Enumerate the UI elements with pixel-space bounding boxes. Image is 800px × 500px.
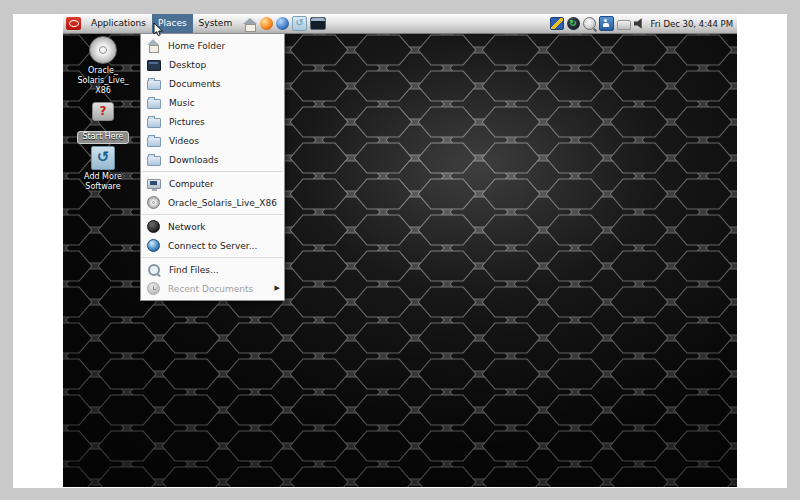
help-question-icon: ? <box>92 102 114 121</box>
update-notifier-icon[interactable]: ↻ <box>567 17 580 30</box>
recent-documents-icon <box>147 282 160 295</box>
menu-item-desktop[interactable]: Desktop <box>141 55 284 74</box>
package-update-icon[interactable]: ↺ <box>292 16 307 31</box>
menu-item-music[interactable]: Music <box>141 93 284 112</box>
volume-icon[interactable] <box>634 18 646 30</box>
menu-item-label: Home Folder <box>168 41 225 51</box>
menu-item-home-folder[interactable]: Home Folder <box>141 36 284 55</box>
clock[interactable]: Fri Dec 30, 4:44 PM <box>649 19 735 29</box>
panel-launchers: ↺ <box>243 16 326 31</box>
menu-separator <box>142 214 283 215</box>
menu-item-label: Videos <box>169 136 199 146</box>
menu-system[interactable]: System <box>193 14 239 33</box>
menu-separator <box>142 257 283 258</box>
menu-item-recent-documents[interactable]: Recent Documents ▶ <box>141 279 284 298</box>
add-software-icon: ↺ <box>91 146 115 170</box>
computer-icon <box>147 179 161 189</box>
menu-item-label: Find Files... <box>169 265 219 275</box>
menu-item-documents[interactable]: Documents <box>141 74 284 93</box>
thunderbird-icon[interactable] <box>276 17 289 30</box>
menu-separator <box>142 171 283 172</box>
system-tray: ↻ Fri Dec 30, 4:44 PM <box>550 14 735 33</box>
accessibility-icon[interactable] <box>599 16 614 31</box>
menu-item-downloads[interactable]: Downloads <box>141 150 284 169</box>
menu-item-connect-to-server[interactable]: Connect to Server... <box>141 236 284 255</box>
menu-item-oracle-solaris-live-x86[interactable]: Oracle_Solaris_Live_X86 <box>141 193 284 212</box>
menu-item-label: Downloads <box>169 155 218 165</box>
menu-item-label: Documents <box>169 79 220 89</box>
menu-item-network[interactable]: Network <box>141 217 284 236</box>
home-icon <box>147 39 160 52</box>
search-icon <box>148 264 160 276</box>
top-panel: Applications Places System ↺ ↻ Fri Dec 3… <box>63 14 737 34</box>
menu-item-find-files[interactable]: Find Files... <box>141 260 284 279</box>
desktop-icon-label: Add More Software <box>71 172 135 192</box>
desktop-icon <box>147 60 161 71</box>
desktop-icon-label: Oracle_ Solaris_Live_ X86 <box>71 66 135 96</box>
terminal-icon[interactable] <box>310 17 326 30</box>
menu-applications[interactable]: Applications <box>85 14 152 33</box>
cd-icon <box>147 196 160 209</box>
menu-item-label: Pictures <box>169 117 205 127</box>
printer-icon[interactable] <box>617 20 631 30</box>
menu-item-pictures[interactable]: Pictures <box>141 112 284 131</box>
desktop-icon-oracle-solaris-live-x86[interactable]: Oracle_ Solaris_Live_ X86 <box>71 36 135 96</box>
cd-icon <box>89 36 117 64</box>
menu-item-label: Recent Documents <box>168 284 253 294</box>
folder-icon <box>147 156 161 166</box>
menu-item-label: Oracle_Solaris_Live_X86 <box>168 198 277 208</box>
keyboard-indicator-icon[interactable] <box>550 17 564 30</box>
menu-item-label: Music <box>169 98 195 108</box>
desktop-icon-label: Start Here <box>77 131 128 144</box>
places-menu: Home Folder Desktop Documents Music Pict… <box>140 33 285 301</box>
menu-item-label: Desktop <box>169 60 206 70</box>
submenu-arrow-icon: ▶ <box>275 279 280 298</box>
menu-item-label: Connect to Server... <box>168 241 257 251</box>
folder-icon <box>147 137 161 147</box>
network-icon <box>147 220 160 233</box>
folder-icon <box>147 118 161 128</box>
solaris-desktop: Applications Places System ↺ ↻ Fri Dec 3… <box>63 14 737 487</box>
folder-icon <box>147 80 161 90</box>
globe-icon <box>147 239 160 252</box>
menu-item-videos[interactable]: Videos <box>141 131 284 150</box>
menu-item-label: Computer <box>169 179 214 189</box>
desktop-icon-start-here[interactable]: ? Start Here <box>71 102 135 144</box>
firefox-icon[interactable] <box>260 17 273 30</box>
mouse-cursor <box>153 22 164 37</box>
home-launcher-icon[interactable] <box>243 17 257 31</box>
folder-icon <box>147 99 161 109</box>
oracle-logo-icon[interactable] <box>66 17 81 30</box>
time-slider-icon[interactable] <box>583 17 596 30</box>
desktop-icon-add-more-software[interactable]: ↺ Add More Software <box>71 146 135 192</box>
menu-item-computer[interactable]: Computer <box>141 174 284 193</box>
menu-item-label: Network <box>168 222 206 232</box>
